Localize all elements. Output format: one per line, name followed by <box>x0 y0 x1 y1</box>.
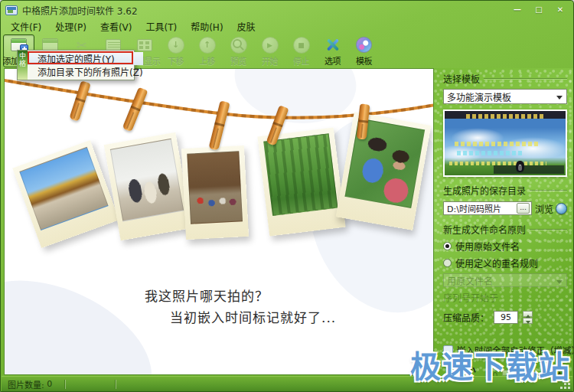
preview-caption-bar <box>494 165 564 174</box>
minimize-button[interactable]: — <box>509 4 526 15</box>
toolbar-label: 下移 <box>168 54 184 67</box>
chevron-down-icon <box>556 280 563 287</box>
radio-label: 使用原始文件名 <box>455 240 520 253</box>
menu-item-add-selected-photos[interactable]: 添加选定的照片(Y) <box>28 52 143 65</box>
menu-process[interactable]: 处理(P) <box>48 19 93 34</box>
toolbar-button-options[interactable]: 选项 <box>317 34 348 67</box>
browse-button[interactable]: 浏览 <box>535 202 567 215</box>
template-select[interactable]: 多功能演示模板 <box>443 89 567 104</box>
quality-value-input[interactable]: 95 <box>494 311 518 324</box>
toolbar-label: 模板 <box>356 54 372 67</box>
sequence-start-label: 序列号开始于 <box>443 291 567 304</box>
save-path-value: D:\时间码照片 <box>447 202 501 214</box>
menu-help[interactable]: 帮助(H) <box>184 19 230 34</box>
toolbar-label: 上移 <box>199 54 215 67</box>
app-icon <box>5 5 18 15</box>
photo-image <box>187 151 243 224</box>
photo-image <box>263 133 338 216</box>
menu-skin[interactable]: 皮肤 <box>230 19 263 34</box>
stop-icon <box>293 37 310 54</box>
move-up-icon <box>199 37 216 54</box>
settings-sidebar: 选择模板 多功能演示模板 生成照片的保存目录 D:\时间码照片 ... 浏览 <box>434 68 574 375</box>
radio-use-original-name[interactable]: 使用原始文件名 <box>443 240 567 253</box>
thumbnail-view-icon <box>137 39 152 51</box>
menu-file[interactable]: 文件(F) <box>4 19 48 34</box>
toolbar-button-preview[interactable]: 预览 <box>223 34 254 67</box>
preview-text-overlay <box>457 151 523 155</box>
preview-icon <box>230 37 247 54</box>
radio-unselected-icon <box>443 259 452 267</box>
preview-text-overlay <box>466 114 543 119</box>
toolbar-button-start[interactable]: 开始 <box>254 34 285 67</box>
radio-selected-icon <box>443 242 452 250</box>
save-path-input[interactable]: D:\时间码照片 ... <box>443 201 532 215</box>
start-icon <box>262 37 279 54</box>
tour-group-photo[interactable] <box>181 145 249 240</box>
menu-side-banner-text: 中格 <box>18 52 28 80</box>
menu-item-add-all-photos-in-folder[interactable]: 添加目录下的所有照片(Z) <box>28 65 143 78</box>
options-icon <box>324 36 342 54</box>
canvas-caption-line1: 我这照片哪天拍的？ <box>145 286 269 305</box>
radio-use-custom-rule[interactable]: 使用定义的重名规则 <box>443 256 567 270</box>
toolbar-button-template[interactable]: 模板 <box>348 34 380 67</box>
site-watermark: 极速下载站 <box>410 342 571 387</box>
app-window: 中格照片添加时间软件 3.62 — □ ✕ 文件(F) 处理(P) 查看(V) … <box>0 0 574 392</box>
menu-tools[interactable]: 工具(T) <box>139 19 184 34</box>
rename-rule-value: 用原文件名 <box>447 274 493 287</box>
toolbar-label: 停止 <box>293 54 309 67</box>
template-group-label: 选择模板 <box>443 72 567 85</box>
chevron-down-icon <box>556 96 563 103</box>
browse-label: 浏览 <box>535 202 553 215</box>
titlebar: 中格照片添加时间软件 3.62 — □ ✕ <box>1 1 573 19</box>
browse-more-button[interactable]: ... <box>517 203 530 214</box>
save-group-label: 生成照片的保存目录 <box>443 184 567 197</box>
browse-folder-icon <box>556 203 567 214</box>
rename-rule-select: 用原文件名 <box>443 273 567 287</box>
toolbar-label: 预览 <box>230 54 246 67</box>
toolbar-label: 开始 <box>262 54 278 67</box>
photo-image <box>110 139 184 222</box>
template-preview-image <box>443 109 567 177</box>
toolbar-button-move-up[interactable]: 上移 <box>191 34 223 67</box>
photo-count-label: 图片数量: <box>8 378 44 390</box>
add-photos-context-menu: 中格 添加选定的照片(Y) 添加目录下的所有照片(Z) <box>17 50 135 80</box>
template-select-value: 多功能演示模板 <box>447 90 511 103</box>
maximize-button[interactable]: □ <box>530 4 547 15</box>
close-button[interactable]: ✕ <box>552 4 569 15</box>
menu-side-banner: 中格 <box>18 51 28 80</box>
move-down-icon <box>168 37 184 54</box>
statusbar-divider <box>64 380 66 389</box>
toolbar-button-stop[interactable]: 停止 <box>285 34 317 67</box>
photo-count-value: 0 <box>47 379 52 389</box>
template-icon <box>356 37 372 53</box>
preview-text-overlay <box>455 142 540 146</box>
statusbar-divider <box>115 380 116 389</box>
naming-group-label: 新生成文件命名原则 <box>443 223 567 236</box>
menu-view[interactable]: 查看(V) <box>93 19 139 34</box>
photo-canvas: 我这照片哪天拍的？ 当初嵌入时间标记就好了... <box>4 68 434 375</box>
window-title: 中格照片添加时间软件 3.62 <box>22 4 138 17</box>
canvas-caption-line2: 当初嵌入时间标记就好了... <box>170 307 336 326</box>
menubar: 文件(F) 处理(P) 查看(V) 工具(T) 帮助(H) 皮肤 <box>1 19 573 34</box>
toolbar-label: 选项 <box>325 54 341 67</box>
quality-stepper[interactable] <box>523 311 533 324</box>
quality-label: 压缩品质： <box>443 311 489 324</box>
toolbar-button-move-down[interactable]: 下移 <box>160 34 191 67</box>
radio-label: 使用定义的重名规则 <box>455 256 538 270</box>
